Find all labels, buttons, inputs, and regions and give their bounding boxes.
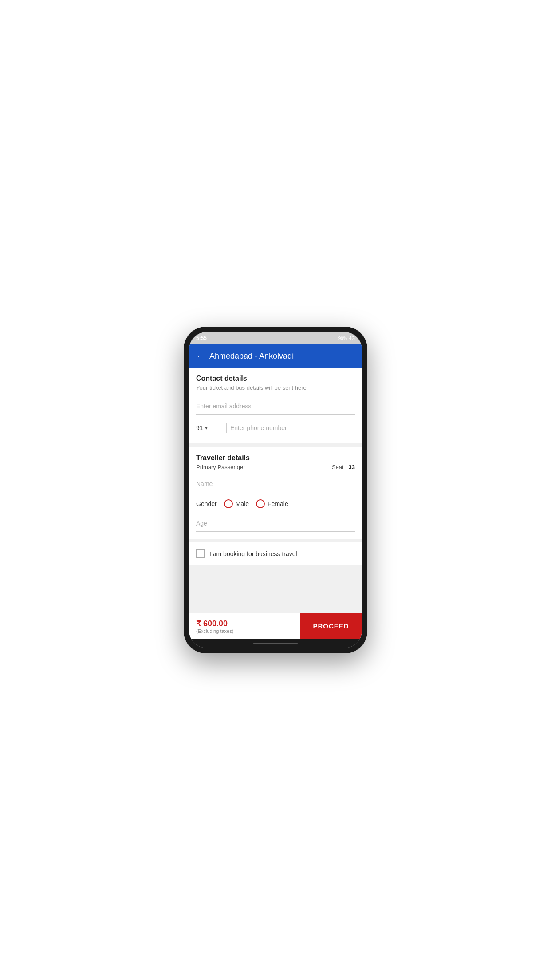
female-radio-button[interactable]: [256, 499, 265, 508]
home-bar: [253, 643, 298, 644]
business-travel-label: I am booking for business travel: [209, 550, 297, 557]
male-radio-option[interactable]: Male: [224, 499, 249, 508]
phone-input[interactable]: [230, 422, 355, 434]
male-label: Male: [236, 500, 249, 507]
phone-frame: 5:55 99% 4G ← Ahmedabad - Ankolvadi Cont…: [184, 327, 367, 653]
price-amount: ₹ 600.00: [196, 619, 293, 628]
female-label: Female: [268, 500, 288, 507]
phone-divider: [226, 423, 227, 433]
traveller-header: Primary Passenger Seat 33: [196, 462, 355, 470]
business-travel-checkbox-row: I am booking for business travel: [196, 549, 355, 558]
signal-icon: 4G: [349, 336, 355, 341]
traveller-details-title: Traveller details: [196, 454, 355, 462]
gender-row: Gender Male Female: [196, 499, 355, 508]
business-travel-checkbox[interactable]: [196, 549, 205, 558]
status-icons: 99% 4G: [338, 336, 355, 341]
home-indicator: [189, 639, 362, 648]
gender-label: Gender: [196, 500, 217, 507]
status-bar: 5:55 99% 4G: [189, 332, 362, 344]
email-input[interactable]: [196, 398, 355, 415]
contact-details-section: Contact details Your ticket and bus deta…: [189, 368, 362, 436]
seat-number: 33: [349, 464, 355, 470]
price-section: ₹ 600.00 (Excluding taxes): [189, 615, 300, 637]
section-divider-1: [189, 443, 362, 447]
content-area: Contact details Your ticket and bus deta…: [189, 368, 362, 612]
phone-row: 91 ▾: [196, 422, 355, 436]
traveller-details-section: Traveller details Primary Passenger Seat…: [189, 447, 362, 539]
country-code-selector[interactable]: 91 ▾: [196, 422, 223, 434]
price-note: (Excluding taxes): [196, 628, 293, 634]
seat-info: Seat 33: [332, 464, 355, 470]
status-time: 5:55: [196, 335, 207, 341]
age-input[interactable]: [196, 515, 355, 532]
back-button[interactable]: ←: [196, 352, 204, 361]
gray-space: [189, 565, 362, 612]
phone-screen: 5:55 99% 4G ← Ahmedabad - Ankolvadi Cont…: [189, 332, 362, 648]
app-header: ← Ahmedabad - Ankolvadi: [189, 344, 362, 368]
male-radio-inner: [227, 502, 230, 506]
female-radio-option[interactable]: Female: [256, 499, 288, 508]
contact-details-subtitle: Your ticket and bus details will be sent…: [196, 384, 355, 391]
page-title: Ahmedabad - Ankolvadi: [209, 352, 294, 361]
female-radio-inner: [259, 502, 262, 506]
proceed-button[interactable]: PROCEED: [300, 613, 362, 639]
name-input[interactable]: [196, 476, 355, 492]
dropdown-arrow-icon: ▾: [205, 425, 208, 431]
contact-details-title: Contact details: [196, 375, 355, 383]
battery-icon: 99%: [338, 336, 347, 341]
bottom-bar: ₹ 600.00 (Excluding taxes) PROCEED: [189, 612, 362, 639]
male-radio-button[interactable]: [224, 499, 233, 508]
country-code-text: 91: [196, 424, 203, 431]
business-travel-section: I am booking for business travel: [189, 539, 362, 565]
primary-passenger-label: Primary Passenger: [196, 464, 245, 470]
seat-label: Seat: [332, 464, 344, 470]
